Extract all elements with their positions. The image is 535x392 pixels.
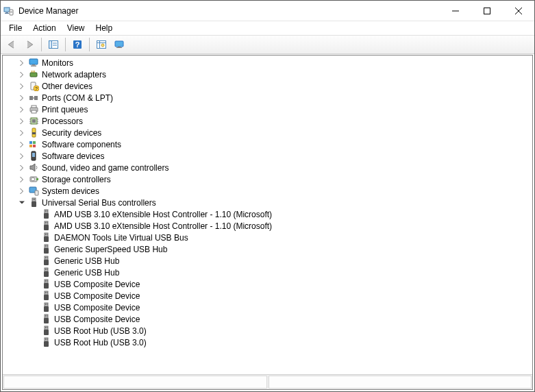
tree-node-label: AMD USB 3.10 eXtensible Host Controller … (52, 210, 272, 219)
expander-icon[interactable] (16, 165, 27, 171)
usb-icon (40, 244, 52, 254)
tree-device[interactable]: Generic USB Hub (3, 267, 532, 278)
usb-icon (40, 326, 52, 336)
tree-node-label: Ports (COM & LPT) (40, 93, 113, 103)
expander-icon[interactable] (16, 60, 27, 66)
expander-icon[interactable] (16, 177, 27, 182)
tree-device[interactable]: Generic SuperSpeed USB Hub (3, 243, 532, 255)
tree-node-label: Software components (40, 140, 121, 149)
tree-category[interactable]: System devices (3, 185, 532, 197)
sound-icon (27, 162, 40, 173)
usb-icon (40, 232, 52, 243)
svg-rect-2 (5, 13, 9, 14)
expander-icon[interactable] (16, 95, 27, 101)
usb-icon (27, 197, 40, 208)
tree-category[interactable]: Network adapters (3, 69, 532, 80)
expander-icon[interactable] (16, 188, 27, 194)
tree-category[interactable]: Software devices (3, 150, 532, 162)
usb-icon (40, 267, 52, 278)
network-icon (27, 69, 40, 79)
swcomp-icon (27, 139, 40, 149)
status-cell (269, 376, 532, 389)
device-tree[interactable]: Monitors Network adapters Other devices … (3, 56, 532, 374)
tree-node-label: Other devices (40, 82, 92, 91)
usb-icon (40, 209, 52, 219)
tree-category[interactable]: Storage controllers (3, 173, 532, 185)
forward-button[interactable] (21, 37, 38, 52)
app-icon (1, 5, 16, 16)
tree-device[interactable]: USB Root Hub (USB 3.0) (3, 325, 532, 336)
tree-node-label: Universal Serial Bus controllers (40, 198, 156, 208)
tree-category[interactable]: Processors (3, 115, 532, 127)
tree-category[interactable]: Software components (3, 138, 532, 150)
tree-node-label: USB Root Hub (USB 3.0) (52, 326, 147, 336)
maximize-button[interactable] (471, 1, 503, 21)
tree-node-label: System devices (40, 186, 99, 196)
expander-icon[interactable] (16, 119, 27, 124)
expander-icon[interactable] (16, 200, 27, 206)
svg-rect-0 (4, 8, 10, 12)
tree-category[interactable]: Monitors (3, 57, 532, 69)
tree-node-label: Processors (40, 117, 83, 126)
menu-help[interactable]: Help (90, 22, 119, 34)
tree-node-label: Software devices (40, 151, 104, 161)
tree-category[interactable]: Other devices (3, 80, 532, 92)
help-button[interactable]: ? (69, 37, 86, 52)
usb-icon (40, 302, 52, 313)
usb-icon (40, 337, 52, 347)
minimize-button[interactable] (440, 1, 471, 21)
tree-device[interactable]: Generic USB Hub (3, 255, 532, 267)
tree-node-label: Generic USB Hub (52, 268, 119, 278)
expander-icon[interactable] (16, 84, 27, 89)
menu-file[interactable]: File (3, 22, 27, 34)
monitor-button[interactable] (111, 37, 127, 52)
tree-node-label: AMD USB 3.10 eXtensible Host Controller … (52, 221, 272, 231)
toolbar-separator (89, 38, 90, 51)
tree-category[interactable]: Ports (COM & LPT) (3, 92, 532, 103)
tree-device[interactable]: DAEMON Tools Lite Virtual USB Bus (3, 232, 532, 243)
tree-node-label: USB Composite Device (52, 280, 140, 289)
tree-node-label: USB Composite Device (52, 315, 140, 324)
tree-device[interactable]: USB Composite Device (3, 278, 532, 290)
svg-rect-1 (5, 12, 8, 13)
expander-icon[interactable] (16, 107, 27, 112)
content-area: Monitors Network adapters Other devices … (2, 55, 533, 390)
statusbar (3, 374, 532, 389)
status-cell (3, 376, 267, 389)
expander-icon[interactable] (16, 154, 27, 159)
expander-icon[interactable] (16, 72, 27, 77)
usb-icon (40, 291, 52, 301)
menu-view[interactable]: View (62, 22, 90, 34)
tree-device[interactable]: USB Root Hub (USB 3.0) (3, 336, 532, 348)
tree-category[interactable]: Print queues (3, 103, 532, 115)
scan-hardware-button[interactable] (93, 37, 110, 52)
tree-category-expanded[interactable]: Universal Serial Bus controllers (3, 197, 532, 208)
expander-icon[interactable] (16, 130, 27, 136)
window-controls (440, 1, 534, 21)
svg-rect-6 (484, 8, 490, 14)
show-hide-tree-button[interactable] (45, 37, 62, 52)
menubar: File Action View Help (1, 21, 534, 35)
tree-node-label: USB Composite Device (52, 303, 140, 313)
close-button[interactable] (503, 1, 534, 21)
svg-rect-4 (10, 12, 12, 12)
tree-category[interactable]: Security devices (3, 127, 532, 138)
toolbar-separator (65, 38, 66, 51)
tree-node-label: DAEMON Tools Lite Virtual USB Bus (52, 233, 188, 243)
svg-point-18 (101, 44, 104, 47)
tree-device[interactable]: USB Composite Device (3, 302, 532, 313)
menu-action[interactable]: Action (27, 22, 61, 34)
back-button[interactable] (3, 37, 20, 52)
tree-device[interactable]: USB Composite Device (3, 290, 532, 302)
tree-device[interactable]: AMD USB 3.10 eXtensible Host Controller … (3, 208, 532, 220)
tree-node-label: USB Root Hub (USB 3.0) (52, 338, 147, 347)
expander-icon[interactable] (16, 142, 27, 147)
window-title: Device Manager (16, 6, 440, 16)
tree-category[interactable]: Sound, video and game controllers (3, 162, 532, 173)
svg-text:?: ? (75, 40, 80, 49)
usb-icon (40, 314, 52, 324)
tree-node-label: Generic SuperSpeed USB Hub (52, 245, 167, 254)
cpu-icon (27, 116, 40, 126)
tree-device[interactable]: USB Composite Device (3, 313, 532, 325)
tree-device[interactable]: AMD USB 3.10 eXtensible Host Controller … (3, 220, 532, 232)
